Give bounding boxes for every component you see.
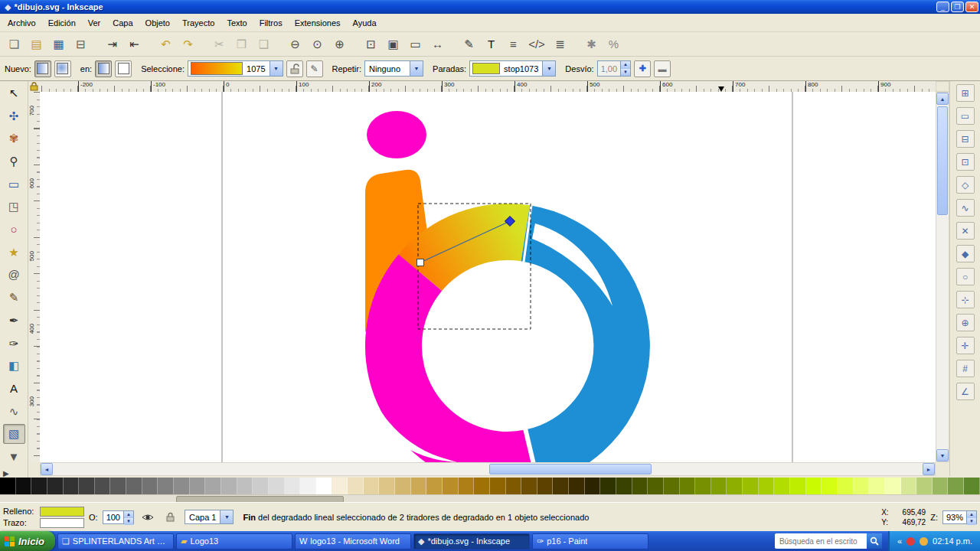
palette-swatch[interactable] [142, 478, 158, 494]
scroll-up-arrow[interactable]: ▲ [936, 93, 949, 105]
palette-swatch[interactable] [648, 478, 664, 494]
tool-button[interactable]: A [3, 378, 25, 399]
search-input[interactable] [778, 536, 867, 546]
palette-swatch[interactable] [537, 478, 554, 494]
toolbar-button[interactable]: ⇥ [101, 33, 123, 55]
palette-swatch[interactable] [727, 478, 743, 494]
snap-button[interactable]: ▭ [956, 107, 975, 125]
palette-swatch[interactable] [443, 478, 459, 494]
palette-swatch[interactable] [348, 478, 364, 494]
toolbar-button[interactable] [351, 33, 360, 55]
close-button[interactable]: ✕ [965, 2, 978, 12]
toolbar-button[interactable] [275, 33, 284, 55]
palette-swatch[interactable] [948, 478, 964, 494]
tool-button[interactable]: ✒ [3, 310, 25, 331]
palette-swatch[interactable] [521, 478, 537, 494]
taskbar-task-button[interactable]: ◆ *dibujo.svg - Inkscape [413, 533, 530, 549]
snap-button[interactable]: ⊞ [956, 84, 975, 102]
palette-swatch[interactable] [300, 478, 316, 494]
palette-swatch[interactable] [680, 478, 696, 494]
taskbar-task-button[interactable]: ❏ SPLINTERLANDS Art Con... [57, 533, 174, 549]
toolbox-overflow-arrow[interactable]: ▶ [0, 469, 9, 478]
toolbar-button[interactable]: ▣ [382, 33, 404, 55]
vertical-ruler[interactable]: 700600500400300 [28, 92, 41, 462]
palette-swatch[interactable] [379, 478, 395, 494]
palette-swatch[interactable] [459, 478, 475, 494]
snap-button[interactable]: ⊕ [956, 314, 975, 331]
taskbar-task-button[interactable]: ✑ p16 - Paint [532, 533, 648, 549]
toolbar-button[interactable]: ▤ [25, 33, 47, 55]
tray-notification-icon[interactable] [906, 537, 915, 546]
toolbar-button[interactable]: ❒ [230, 33, 253, 55]
palette-swatch[interactable] [711, 478, 727, 494]
menu-item[interactable]: Ayuda [347, 15, 383, 31]
snap-button[interactable]: ◇ [956, 176, 975, 194]
vertical-scrollbar[interactable]: ▲ ▼ [936, 92, 949, 462]
snap-button[interactable]: ◆ [956, 245, 975, 262]
scroll-down-arrow[interactable]: ▼ [936, 449, 949, 461]
toolbar-button[interactable] [449, 33, 458, 55]
restore-button[interactable]: ❐ [951, 2, 964, 12]
menu-item[interactable]: Edición [42, 15, 82, 31]
tray-expand-chevron[interactable]: « [897, 536, 902, 546]
toolbar-button[interactable]: ⊡ [360, 33, 382, 55]
menu-item[interactable]: Archivo [2, 15, 42, 31]
palette-swatch[interactable] [916, 478, 933, 494]
palette-swatch[interactable] [695, 478, 711, 494]
palette-swatch[interactable] [411, 478, 427, 494]
gradient-start-handle[interactable] [417, 259, 424, 266]
offset-spinner[interactable]: 1,00 ▲▼ [597, 60, 631, 77]
snap-button[interactable]: # [956, 360, 975, 377]
palette-swatch[interactable] [79, 478, 95, 494]
toolbar-button[interactable]: ⊕ [328, 33, 351, 55]
gradient-select-combo[interactable]: 1075 ▼ [188, 60, 283, 77]
palette-swatch[interactable] [221, 478, 237, 494]
search-go-button[interactable] [867, 533, 882, 549]
palette-swatch[interactable] [174, 478, 190, 494]
fill-color-swatch[interactable] [40, 507, 84, 517]
gradient-on-stroke-button[interactable] [115, 60, 132, 77]
toolbar-button[interactable]: ⊖ [284, 33, 306, 55]
snap-button[interactable]: ✕ [956, 222, 975, 240]
toolbar-button[interactable]: ✱ [580, 33, 603, 55]
palette-swatch[interactable] [269, 478, 285, 494]
layer-visibility-toggle[interactable] [139, 509, 157, 526]
scroll-left-arrow[interactable]: ◄ [41, 463, 53, 475]
gradient-on-fill-button[interactable] [95, 60, 112, 77]
palette-swatch[interactable] [933, 478, 949, 494]
palette-swatch[interactable] [95, 478, 111, 494]
vertical-scroll-thumb[interactable] [937, 106, 948, 215]
chevron-down-icon[interactable]: ▼ [542, 61, 555, 76]
palette-swatch[interactable] [395, 478, 411, 494]
tool-button[interactable]: ✑ [3, 333, 25, 354]
palette-swatch[interactable] [759, 478, 775, 494]
desktop-search-box[interactable] [775, 533, 882, 549]
palette-swatch[interactable] [426, 478, 443, 494]
snap-button[interactable]: ○ [956, 268, 975, 285]
logo-ring-blue[interactable] [521, 205, 650, 462]
toolbar-button[interactable] [571, 33, 580, 55]
palette-swatch[interactable] [869, 478, 885, 494]
menu-item[interactable]: Ver [82, 15, 107, 31]
toolbar-button[interactable]: ↶ [155, 33, 177, 55]
snap-button[interactable]: ∿ [956, 199, 975, 217]
toolbar-button[interactable]: ≣ [549, 33, 571, 55]
toolbar-button[interactable]: T [480, 33, 502, 55]
edit-gradient-button[interactable]: ✎ [306, 60, 323, 77]
stroke-color-swatch[interactable] [40, 518, 84, 528]
palette-swatch[interactable] [632, 478, 648, 494]
toolbar-button[interactable] [199, 33, 208, 55]
toolbar-button[interactable]: ❏ [3, 33, 25, 55]
tool-button[interactable]: ○ [3, 219, 25, 240]
palette-swatch[interactable] [0, 478, 16, 494]
taskbar-task-button[interactable]: ▰ Logo13 [176, 533, 292, 549]
palette-swatch[interactable] [285, 478, 301, 494]
gradient-lock-button[interactable] [286, 60, 303, 77]
menu-item[interactable]: Trayecto [176, 15, 220, 31]
palette-swatch[interactable] [885, 478, 901, 494]
palette-swatch[interactable] [616, 478, 632, 494]
zoom-spinner[interactable]: 93% ▲▼ [942, 510, 977, 524]
chevron-down-icon[interactable]: ▼ [220, 510, 233, 523]
palette-swatch[interactable] [806, 478, 822, 494]
chevron-down-icon[interactable]: ▼ [270, 61, 283, 76]
